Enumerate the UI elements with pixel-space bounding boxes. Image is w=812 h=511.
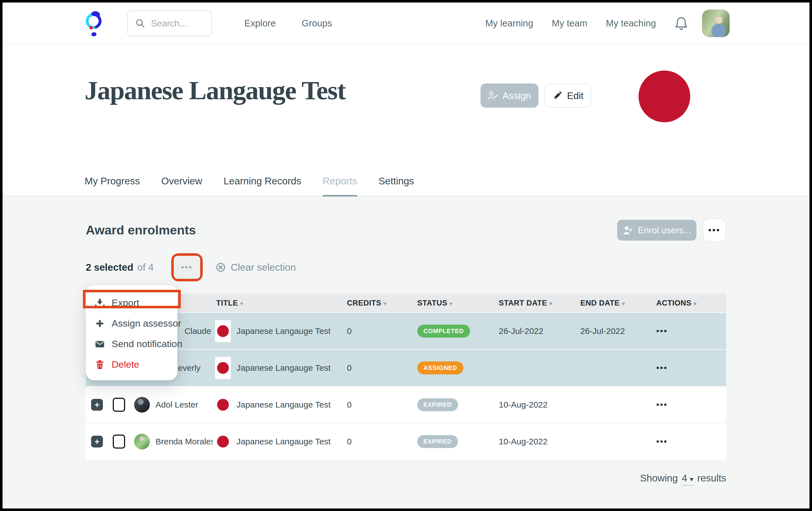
selected-of-total: of 4	[137, 262, 153, 273]
start-date: 26-Jul-2022	[495, 326, 577, 336]
trash-icon	[95, 360, 105, 370]
search-input[interactable]	[151, 18, 199, 29]
nav-link-groups[interactable]: Groups	[302, 18, 332, 29]
menu-item-delete[interactable]: Delete	[86, 354, 177, 375]
status-badge: ASSIGNED	[417, 361, 463, 374]
start-date: 10-Aug-2022	[495, 400, 577, 410]
menu-item-label: Assign assessor	[112, 318, 181, 329]
chevron-down-icon: ▾	[690, 475, 693, 483]
circle-x-icon	[216, 262, 226, 272]
selection-toolbar: 2 selected of 4 ••• Clear selection	[86, 253, 726, 281]
table-row[interactable]: + Adol Lester Japanese Langauge Test 0 E…	[86, 386, 726, 423]
tab-learning-records[interactable]: Learning Records	[224, 175, 301, 197]
search-box[interactable]	[127, 10, 212, 36]
ellipsis-icon: •••	[708, 226, 721, 235]
nav-link-my-teaching[interactable]: My teaching	[606, 18, 656, 29]
course-header: Japanese Langauge Test Assign Edit	[3, 45, 809, 197]
japan-flag-icon	[217, 362, 229, 374]
nav-link-explore[interactable]: Explore	[244, 18, 276, 29]
tab-reports[interactable]: Reports	[323, 175, 357, 197]
course-title: Japanese Langauge Test	[236, 400, 331, 410]
nav-right-group: My learning My team My teaching	[485, 9, 730, 37]
header-actions: Assign Edit	[481, 84, 591, 108]
row-actions-button[interactable]: •••	[653, 326, 726, 336]
column-header-start-date[interactable]: START DATE▾	[495, 299, 577, 307]
row-actions-button[interactable]: •••	[653, 437, 726, 446]
status-badge: COMPLETED	[417, 325, 470, 337]
learner-name: Adol Lester	[155, 400, 213, 410]
clear-selection-button[interactable]: Clear selection	[216, 262, 296, 273]
showing-label: Showing	[640, 473, 677, 484]
course-title: Japanese Langauge Test	[236, 363, 331, 373]
tab-my-progress[interactable]: My Progress	[85, 175, 140, 197]
tab-bar: My Progress Overview Learning Records Re…	[3, 175, 809, 197]
row-checkbox[interactable]	[113, 434, 125, 449]
table-header: TITLE▾ CREDITS▾ STATUS▾ START DATE▾ END …	[86, 294, 726, 312]
table-row[interactable]: + Brenda Morales Japanese Langauge Test …	[86, 423, 726, 459]
credits-value: 0	[344, 400, 414, 410]
sort-arrow-icon: ▾	[622, 300, 625, 307]
enrol-users-label: Enrol users...	[638, 225, 691, 236]
sort-arrow-icon: ▾	[240, 300, 243, 307]
credits-value: 0	[344, 326, 414, 336]
app-window: Explore Groups My learning My team My te…	[0, 0, 812, 511]
column-header-status[interactable]: STATUS▾	[414, 299, 495, 307]
menu-item-export[interactable]: Export	[86, 293, 177, 313]
ellipsis-icon: •••	[181, 263, 193, 272]
japan-flag-icon	[217, 436, 229, 448]
credits-value: 0	[344, 437, 414, 446]
results-label: results	[697, 473, 726, 484]
edit-label: Edit	[567, 90, 584, 101]
tab-overview[interactable]: Overview	[161, 175, 202, 197]
enrol-users-button[interactable]: Enrol users...	[617, 220, 696, 241]
user-avatar[interactable]	[702, 9, 730, 37]
row-actions-button[interactable]: •••	[653, 400, 726, 410]
start-date: 10-Aug-2022	[495, 437, 577, 446]
results-footer: Showing 4 ▾ results	[86, 473, 726, 486]
envelope-icon	[95, 339, 105, 349]
page-size-dropdown[interactable]: 4 ▾	[682, 473, 693, 486]
menu-item-label: Delete	[112, 359, 139, 370]
search-icon	[135, 18, 145, 28]
assign-button[interactable]: Assign	[481, 84, 539, 108]
column-header-end-date[interactable]: END DATE▾	[577, 299, 653, 307]
pencil-icon	[552, 91, 562, 101]
menu-item-send-notification[interactable]: Send notification	[86, 334, 177, 354]
course-thumbnail	[215, 357, 231, 379]
lightbulb-logo-icon	[85, 9, 103, 37]
sort-arrow-icon: ▾	[450, 300, 453, 307]
course-thumbnail	[215, 320, 231, 342]
section-more-button[interactable]: •••	[703, 218, 726, 242]
table-row[interactable]: + everly Japanese Langauge Test 0 ASSIGN…	[86, 349, 726, 386]
japan-flag-icon	[217, 399, 229, 411]
menu-item-label: Send notification	[112, 338, 182, 350]
tab-settings[interactable]: Settings	[378, 175, 414, 197]
enrolments-table: TITLE▾ CREDITS▾ STATUS▾ START DATE▾ END …	[86, 294, 726, 459]
course-thumbnail	[215, 431, 231, 453]
credits-value: 0	[344, 363, 414, 373]
plus-icon	[95, 319, 105, 329]
section-heading: Award enrolments	[86, 223, 196, 238]
column-header-actions[interactable]: ACTIONS▾	[653, 299, 726, 307]
bulk-actions-menu: Export Assign assessor Send notification	[86, 285, 177, 380]
bulk-actions-more-button[interactable]: •••	[174, 256, 200, 279]
person-plus-icon	[623, 225, 633, 235]
row-actions-button[interactable]: •••	[653, 363, 726, 373]
expand-row-button[interactable]: +	[91, 399, 103, 411]
column-header-title[interactable]: TITLE▾	[213, 299, 344, 307]
row-checkbox[interactable]	[113, 398, 125, 412]
page-title: Japanese Langauge Test	[85, 75, 346, 106]
nav-link-my-learning[interactable]: My learning	[485, 18, 533, 29]
course-title: Japanese Langauge Test	[236, 326, 331, 336]
expand-row-button[interactable]: +	[91, 436, 103, 448]
column-header-credits[interactable]: CREDITS▾	[344, 299, 414, 307]
sort-arrow-icon: ▾	[549, 300, 552, 307]
edit-button[interactable]: Edit	[545, 84, 591, 108]
nav-link-my-team[interactable]: My team	[552, 18, 588, 29]
menu-item-assign-assessor[interactable]: Assign assessor	[86, 313, 177, 334]
notifications-bell-icon[interactable]	[674, 16, 688, 31]
clear-selection-label: Clear selection	[231, 262, 296, 273]
selected-count: 2 selected	[86, 262, 133, 273]
course-title: Japanese Langauge Test	[236, 437, 331, 446]
assign-label: Assign	[502, 90, 531, 101]
